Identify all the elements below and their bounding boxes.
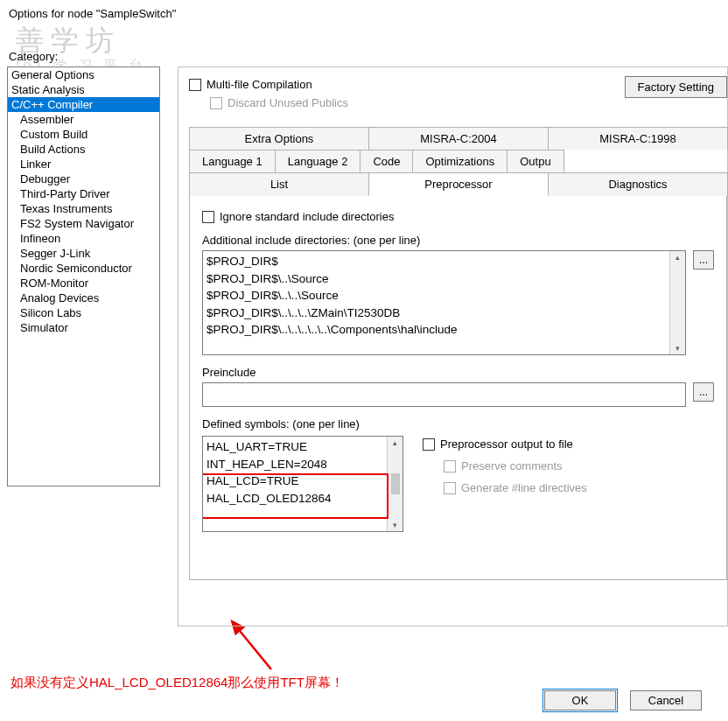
annotation-text: 如果没有定义HAL_LCD_OLED12864那么使用TFT屏幕！ — [10, 675, 344, 691]
ok-button[interactable]: OK — [544, 690, 616, 710]
tab-misra-c-2004[interactable]: MISRA-C:2004 — [368, 127, 549, 150]
scroll-up-icon: ▴ — [676, 253, 680, 262]
category-item[interactable]: Segger J-Link — [8, 246, 159, 261]
defined-symbol-line: HAL_LCD_OLED12864 — [206, 490, 399, 508]
checkbox-icon — [189, 79, 201, 91]
browse-preinclude-button[interactable]: ... — [693, 382, 714, 402]
preprocessor-output-checkbox[interactable]: Preprocessor output to file — [423, 438, 714, 451]
defined-symbols-label: Defined symbols: (one per line) — [202, 417, 714, 430]
pp-output-label: Preprocessor output to file — [440, 438, 573, 451]
checkbox-icon — [444, 482, 456, 494]
include-dir-line: $PROJ_DIR$\..\Source — [206, 270, 682, 288]
category-item[interactable]: Debugger — [8, 172, 159, 186]
scroll-up-icon: ▴ — [393, 438, 397, 447]
category-item[interactable]: Texas Instruments — [8, 201, 159, 216]
scroll-down-icon: ▾ — [393, 521, 397, 529]
category-item[interactable]: ROM-Monitor — [8, 276, 159, 290]
category-item[interactable]: Infineon — [8, 231, 159, 246]
category-item[interactable]: Custom Build — [8, 127, 159, 142]
category-item[interactable]: Nordic Semiconductor — [8, 261, 159, 276]
tabs-row-1: Extra OptionsMISRA-C:2004MISRA-C:1998 — [189, 127, 727, 150]
category-label: Category: — [0, 24, 728, 66]
category-item[interactable]: Assembler — [8, 112, 159, 127]
tab-diagnostics[interactable]: Diagnostics — [548, 172, 728, 196]
genline-label: Generate #line directives — [461, 481, 587, 494]
dialog-title: Options for node "SampleSwitch" — [0, 0, 728, 24]
category-item[interactable]: Analog Devices — [8, 290, 159, 305]
scrollbar[interactable]: ▴ ▾ — [669, 251, 685, 354]
category-item[interactable]: Linker — [8, 157, 159, 172]
category-item[interactable]: Simulator — [8, 320, 159, 335]
discard-unused-checkbox: Discard Unused Publics — [189, 96, 727, 109]
include-dir-line: $PROJ_DIR$\..\..\..\..\..\Components\hal… — [206, 321, 682, 339]
tab-preprocessor[interactable]: Preprocessor — [368, 172, 549, 196]
settings-panel: Factory Setting Multi-file Compilation D… — [178, 66, 728, 626]
cancel-button[interactable]: Cancel — [630, 690, 702, 710]
category-item[interactable]: Third-Party Driver — [8, 186, 159, 201]
tab-preprocessor-content: Ignore standard include directories Addi… — [189, 195, 727, 580]
additional-include-textarea[interactable]: $PROJ_DIR$$PROJ_DIR$\..\Source$PROJ_DIR$… — [202, 250, 686, 355]
scroll-thumb[interactable] — [391, 473, 400, 494]
category-item[interactable]: Static Analysis — [8, 82, 159, 97]
svg-line-0 — [232, 621, 271, 669]
tab-misra-c-1998[interactable]: MISRA-C:1998 — [548, 127, 728, 150]
category-item[interactable]: General Options — [8, 67, 159, 82]
scrollbar[interactable]: ▴ ▾ — [387, 437, 402, 531]
category-item[interactable]: C/C++ Compiler — [8, 97, 159, 112]
browse-include-button[interactable]: ... — [693, 250, 714, 270]
factory-settings-button[interactable]: Factory Setting — [625, 76, 727, 98]
tab-code[interactable]: Code — [360, 150, 413, 172]
preinclude-label: Preinclude — [202, 366, 714, 379]
preserve-comments-checkbox: Preserve comments — [423, 459, 714, 472]
category-item[interactable]: Silicon Labs — [8, 305, 159, 320]
discard-label: Discard Unused Publics — [228, 96, 348, 109]
include-dir-line: $PROJ_DIR$\..\..\Source — [206, 287, 682, 304]
include-dir-line: $PROJ_DIR$\..\..\..\ZMain\TI2530DB — [206, 304, 682, 322]
tab-language-2[interactable]: Language 2 — [275, 150, 361, 172]
tab-outpu[interactable]: Outpu — [507, 150, 564, 172]
tab-extra-options[interactable]: Extra Options — [189, 127, 369, 150]
checkbox-icon — [423, 438, 435, 451]
tabs-row-2: Language 1Language 2CodeOptimizationsOut… — [189, 150, 727, 172]
ignore-std-include-checkbox[interactable]: Ignore standard include directories — [202, 210, 714, 223]
tabs-row-3: ListPreprocessorDiagnostics — [189, 172, 727, 196]
generate-line-checkbox: Generate #line directives — [423, 481, 714, 494]
scroll-down-icon: ▾ — [676, 344, 680, 353]
preserve-label: Preserve comments — [461, 459, 563, 472]
category-item[interactable]: FS2 System Navigator — [8, 216, 159, 231]
defined-symbol-line: HAL_UART=TRUE — [206, 438, 399, 456]
category-list[interactable]: General OptionsStatic AnalysisC/C++ Comp… — [7, 66, 160, 486]
tab-optimizations[interactable]: Optimizations — [412, 150, 508, 172]
tab-language-1[interactable]: Language 1 — [189, 150, 276, 172]
defined-symbol-line: INT_HEAP_LEN=2048 — [206, 456, 399, 473]
checkbox-icon — [210, 97, 222, 109]
multifile-label: Multi-file Compilation — [206, 78, 312, 91]
ignore-std-label: Ignore standard include directories — [220, 210, 394, 223]
include-dir-line: $PROJ_DIR$ — [206, 253, 682, 270]
tab-list[interactable]: List — [189, 172, 369, 196]
category-item[interactable]: Build Actions — [8, 142, 159, 157]
defined-symbols-textarea[interactable]: HAL_UART=TRUEINT_HEAP_LEN=2048HAL_LCD=TR… — [202, 436, 403, 532]
defined-symbol-line: HAL_LCD=TRUE — [206, 472, 399, 490]
checkbox-icon — [202, 211, 214, 223]
preinclude-input[interactable] — [202, 382, 686, 407]
checkbox-icon — [444, 460, 456, 472]
additional-include-label: Additional include directories: (one per… — [202, 234, 714, 247]
